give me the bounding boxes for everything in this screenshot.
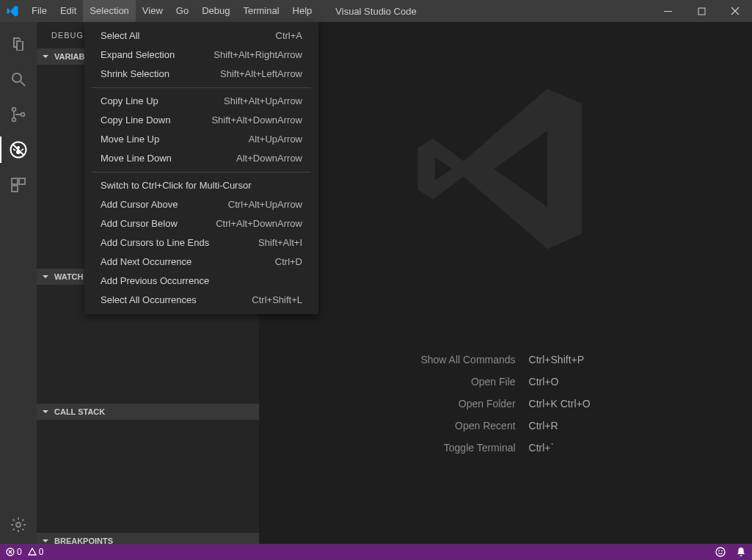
svg-point-6 (21, 113, 25, 117)
menu-item-shortcut: Shift+Alt+UpArrow (224, 95, 302, 108)
menu-item-copy-line-up[interactable]: Copy Line Up Shift+Alt+UpArrow (84, 92, 318, 111)
svg-point-4 (12, 108, 16, 112)
activity-settings-icon[interactable] (0, 510, 37, 539)
svg-rect-15 (12, 186, 18, 192)
menu-item-label: Add Cursor Below (101, 217, 178, 230)
window-maximize-button[interactable] (685, 0, 718, 22)
menu-help[interactable]: Help (286, 0, 319, 22)
menu-item-copy-line-down[interactable]: Copy Line Down Shift+Alt+DownArrow (84, 111, 318, 130)
menu-item-shortcut: Shift+Alt+LeftArrow (220, 68, 302, 81)
menu-item-shortcut: Ctrl+Shift+L (252, 294, 302, 307)
menu-item-move-line-down[interactable]: Move Line Down Alt+DownArrow (84, 149, 318, 168)
status-bell-icon[interactable] (736, 547, 746, 557)
menu-view[interactable]: View (136, 0, 169, 22)
svg-line-10 (13, 149, 15, 150)
welcome-hints: Show All Commands Ctrl+Shift+P Open File… (420, 354, 590, 454)
activity-debug-icon[interactable] (0, 135, 37, 164)
window-minimize-button[interactable] (651, 0, 685, 22)
svg-point-18 (716, 548, 725, 556)
twistie-down-icon (40, 408, 51, 415)
twistie-down-icon (40, 53, 51, 60)
menu-item-shrink-selection[interactable]: Shrink Selection Shift+Alt+LeftArrow (84, 65, 318, 84)
menu-item-shortcut: Ctrl+A (276, 29, 302, 43)
hint-label: Open Folder (420, 398, 515, 410)
activity-explorer-icon[interactable] (0, 29, 37, 59)
menu-item-select-all-occurrences[interactable]: Select All Occurrences Ctrl+Shift+L (84, 291, 318, 310)
menu-item-select-all[interactable]: Select All Ctrl+A (84, 26, 318, 46)
menu-item-shortcut: Ctrl+Alt+DownArrow (216, 217, 302, 230)
section-label: WATCH (54, 272, 84, 281)
selection-menu-dropdown: Select All Ctrl+A Expand Selection Shift… (84, 22, 318, 314)
svg-rect-1 (698, 8, 705, 15)
menu-separator (92, 87, 311, 88)
hint-label: Toggle Terminal (420, 442, 515, 454)
menu-item-label: Expand Selection (101, 48, 175, 62)
vscode-logo-icon (0, 4, 25, 18)
menu-item-shortcut: Alt+UpArrow (249, 133, 302, 146)
hint-keys: Ctrl+K Ctrl+O (529, 398, 591, 410)
status-bar: 0 0 (0, 544, 752, 560)
window-close-button[interactable] (718, 0, 752, 22)
menu-item-label: Shrink Selection (101, 68, 169, 81)
status-feedback-icon[interactable] (715, 547, 726, 557)
menu-terminal[interactable]: Terminal (236, 0, 285, 22)
svg-line-11 (21, 149, 23, 150)
section-call-stack[interactable]: CALL STACK (37, 404, 259, 420)
watermark-logo-icon (410, 73, 601, 264)
activity-extensions-icon[interactable] (0, 170, 37, 200)
menu-bar: File Edit Selection View Go Debug Termin… (25, 0, 318, 22)
menu-item-shortcut: Shift+Alt+I (258, 236, 302, 250)
hint-keys: Ctrl+` (529, 442, 591, 454)
menu-item-label: Add Cursor Above (101, 198, 178, 211)
menu-item-label: Select All Occurrences (101, 294, 197, 307)
window-title: Visual Studio Code (335, 6, 416, 17)
menu-debug[interactable]: Debug (195, 0, 236, 22)
menu-item-add-cursor-above[interactable]: Add Cursor Above Ctrl+Alt+UpArrow (84, 195, 318, 214)
editor-area: Show All Commands Ctrl+Shift+P Open File… (259, 22, 752, 544)
error-count: 0 (17, 547, 22, 557)
menu-item-shortcut: Ctrl+D (275, 255, 302, 269)
activity-bar (0, 22, 37, 544)
hint-keys: Ctrl+O (529, 376, 591, 388)
svg-point-16 (16, 523, 21, 527)
menu-item-add-cursors-line-ends[interactable]: Add Cursors to Line Ends Shift+Alt+I (84, 233, 318, 252)
svg-point-20 (721, 550, 723, 552)
svg-point-5 (12, 118, 16, 122)
menu-item-label: Select All (101, 29, 139, 43)
menu-item-move-line-up[interactable]: Move Line Up Alt+UpArrow (84, 130, 318, 149)
menu-item-add-cursor-below[interactable]: Add Cursor Below Ctrl+Alt+DownArrow (84, 214, 318, 233)
menu-item-shortcut: Shift+Alt+RightArrow (213, 48, 302, 62)
section-label: CALL STACK (54, 407, 105, 416)
svg-point-2 (12, 73, 21, 82)
menu-go[interactable]: Go (169, 0, 195, 22)
titlebar: File Edit Selection View Go Debug Termin… (0, 0, 752, 22)
svg-line-3 (21, 81, 25, 86)
svg-point-19 (718, 550, 720, 552)
menu-item-switch-multicursor[interactable]: Switch to Ctrl+Click for Multi-Cursor (84, 176, 318, 195)
menu-file[interactable]: File (25, 0, 54, 22)
activity-scm-icon[interactable] (0, 100, 37, 129)
menu-edit[interactable]: Edit (54, 0, 83, 22)
menu-item-label: Add Previous Occurrence (101, 274, 209, 288)
menu-item-expand-selection[interactable]: Expand Selection Shift+Alt+RightArrow (84, 46, 318, 65)
error-icon (6, 548, 15, 556)
svg-rect-14 (19, 178, 25, 184)
hint-keys: Ctrl+Shift+P (529, 354, 591, 366)
hint-keys: Ctrl+R (529, 420, 591, 432)
twistie-down-icon (40, 273, 51, 280)
svg-rect-0 (664, 11, 672, 12)
activity-search-icon[interactable] (0, 65, 37, 94)
warning-icon (28, 548, 37, 556)
warning-count: 0 (39, 547, 44, 557)
menu-item-add-next-occurrence[interactable]: Add Next Occurrence Ctrl+D (84, 252, 318, 272)
menu-item-label: Copy Line Down (101, 114, 170, 127)
menu-item-add-previous-occurrence[interactable]: Add Previous Occurrence (84, 272, 318, 291)
hint-label: Show All Commands (420, 354, 515, 366)
menu-item-label: Switch to Ctrl+Click for Multi-Cursor (101, 179, 252, 192)
hint-label: Open Recent (420, 420, 515, 432)
menu-separator (92, 172, 311, 172)
menu-item-shortcut: Alt+DownArrow (236, 152, 302, 165)
status-problems[interactable]: 0 0 (6, 547, 43, 557)
menu-selection[interactable]: Selection (83, 0, 135, 22)
menu-item-label: Copy Line Up (101, 95, 158, 108)
